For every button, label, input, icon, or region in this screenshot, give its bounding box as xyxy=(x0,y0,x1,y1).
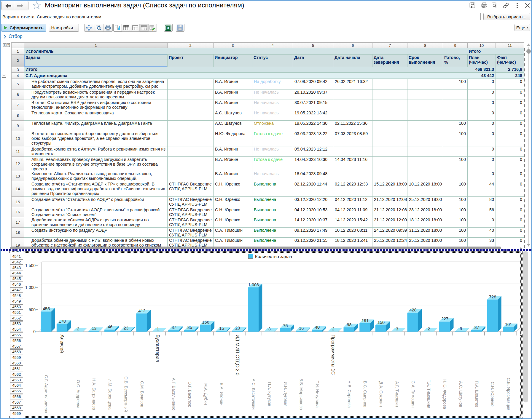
svg-text:В.С. Смирнов: В.С. Смирнов xyxy=(363,381,367,407)
svg-text:37: 37 xyxy=(474,325,479,330)
svg-text:428: 428 xyxy=(409,308,416,312)
svg-text:1 500: 1 500 xyxy=(25,263,36,268)
svg-text:1 000: 1 000 xyxy=(25,285,36,290)
svg-text:Т.И. Никулина: Т.И. Никулина xyxy=(315,380,320,407)
svg-text:Д.А. Соколин: Д.А. Соколин xyxy=(379,381,383,407)
svg-text:101: 101 xyxy=(505,322,512,327)
svg-text:С.Б. Ярославцев: С.Б. Ярославцев xyxy=(506,378,511,410)
svg-text:40: 40 xyxy=(315,325,320,330)
svg-text:191: 191 xyxy=(361,318,369,323)
svg-text:С.Г. Аджигельдиева: С.Г. Аджигельдиева xyxy=(44,375,49,413)
svg-text:2: 2 xyxy=(428,327,430,331)
svg-text:А.Г. Тимошин: А.Г. Тимошин xyxy=(395,381,399,407)
svg-text:Н.А. Багрянцева: Н.А. Багрянцева xyxy=(92,378,96,410)
svg-text:35: 35 xyxy=(187,325,192,330)
svg-text:150: 150 xyxy=(378,320,385,325)
svg-text:728: 728 xyxy=(489,295,496,299)
svg-text:Т.А. Тимошина: Т.А. Тимошина xyxy=(426,380,431,408)
svg-text:1: 1 xyxy=(157,327,159,331)
svg-text:37: 37 xyxy=(171,325,176,330)
svg-text:156: 156 xyxy=(202,320,209,324)
svg-text:А.Г. Васильченко: А.Г. Васильченко xyxy=(171,378,176,410)
svg-text:Н.Ю. Федорова: Н.Ю. Федорова xyxy=(442,379,447,409)
svg-text:Программисты 1С: Программисты 1С xyxy=(331,335,336,375)
svg-text:455: 455 xyxy=(43,306,50,311)
svg-text:2: 2 xyxy=(332,327,335,331)
svg-text:С.Н. Юренко: С.Н. Юренко xyxy=(490,382,495,407)
svg-text:2: 2 xyxy=(77,327,79,331)
svg-text:3: 3 xyxy=(396,327,398,331)
svg-text:И.М. Беренцева: И.М. Беренцева xyxy=(108,379,112,410)
svg-text:Алексей: Алексей xyxy=(60,335,65,353)
svg-text:46: 46 xyxy=(108,324,112,329)
svg-text:15: 15 xyxy=(219,326,224,331)
svg-text:178: 178 xyxy=(59,319,66,324)
svg-text:23: 23 xyxy=(124,326,128,330)
svg-text:Бухгалтерия: Бухгалтерия xyxy=(155,335,160,362)
svg-text:П.А. Кутузов: П.А. Кутузов xyxy=(267,382,272,406)
svg-text:0: 0 xyxy=(33,329,36,334)
svg-text:И.Н. Луговая: И.Н. Луговая xyxy=(283,382,288,406)
svg-text:А.С. Касаточкин: А.С. Касаточкин xyxy=(251,379,256,410)
svg-text:ИД МИП СТДО 2.0: ИД МИП СТДО 2.0 xyxy=(235,335,240,375)
svg-text:3: 3 xyxy=(268,327,271,331)
svg-text:16: 16 xyxy=(299,326,304,331)
svg-text:23: 23 xyxy=(235,326,240,330)
svg-text:1 003: 1 003 xyxy=(248,282,259,287)
svg-text:О.В. Бессмертный: О.В. Бессмертный xyxy=(124,376,128,412)
svg-text:500: 500 xyxy=(29,307,36,312)
svg-text:6: 6 xyxy=(460,326,462,331)
svg-text:С.А. Тимошин: С.А. Тимошин xyxy=(411,380,415,407)
svg-text:О.Г. Василюк: О.Г. Василюк xyxy=(187,381,192,407)
svg-text:412: 412 xyxy=(138,308,145,313)
svg-text:227: 227 xyxy=(441,316,448,321)
svg-text:В.А. Игонин: В.А. Игонин xyxy=(219,383,224,405)
svg-text:О.С. Андреева: О.С. Андреева xyxy=(76,380,81,409)
svg-text:98: 98 xyxy=(347,322,351,327)
svg-text:М.А. Дубин: М.А. Дубин xyxy=(203,383,208,405)
svg-text:В.В. Марьяшова: В.В. Марьяшова xyxy=(299,378,304,410)
svg-text:75: 75 xyxy=(283,323,288,328)
svg-text:П.А. Шеметев: П.А. Шеметев xyxy=(474,381,479,407)
svg-text:Н.В. Сергеева: Н.В. Сергеева xyxy=(347,380,352,408)
svg-text:С.М. Бочаров: С.М. Бочаров xyxy=(140,381,144,407)
svg-text:А.С. Шатунов: А.С. Шатунов xyxy=(458,381,463,407)
svg-text:13: 13 xyxy=(92,326,96,331)
